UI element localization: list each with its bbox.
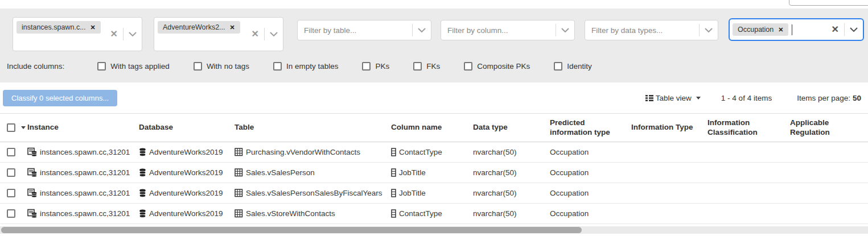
header-database[interactable]: Database — [139, 123, 235, 133]
header-data-type[interactable]: Data type — [473, 123, 550, 133]
column-icon — [391, 168, 396, 177]
column-name-cell: JobTitle — [399, 189, 426, 197]
header-table[interactable]: Table — [235, 123, 391, 133]
database-cell: AdventureWorks2019 — [149, 189, 223, 197]
chip-remove-icon[interactable]: ✕ — [90, 24, 96, 31]
divider — [844, 23, 845, 36]
checkbox-icon[interactable] — [97, 62, 106, 71]
database-filter-chip[interactable]: AdventureWorks2... ✕ — [158, 21, 240, 34]
checkbox-with-no-tags[interactable]: With no tags — [194, 62, 249, 71]
checkbox-label: In empty tables — [286, 62, 339, 71]
header-column-name[interactable]: Column name — [391, 123, 473, 133]
items-per-page[interactable]: Items per page:50 — [797, 94, 861, 102]
instance-filter-chip[interactable]: instances.spawn.c... ✕ — [17, 21, 101, 34]
instance-filter-chip-label: instances.spawn.c... — [22, 23, 86, 31]
column-name-cell: ContactType — [399, 209, 442, 218]
chevron-down-icon[interactable] — [705, 28, 713, 32]
checkbox-label: PKs — [375, 62, 389, 71]
chip-remove-icon[interactable]: ✕ — [230, 24, 235, 31]
row-checkbox[interactable] — [7, 209, 15, 218]
row-checkbox[interactable] — [7, 189, 15, 197]
instance-cell: instances.spawn.cc,31201 — [40, 148, 130, 156]
database-icon — [139, 189, 146, 197]
divider — [699, 24, 700, 36]
checkbox-fks[interactable]: FKs — [413, 62, 440, 71]
checkbox-icon[interactable] — [194, 62, 202, 71]
column-filter-dropdown[interactable]: Filter by column... — [441, 20, 575, 40]
data-type-cell: nvarchar(50) — [473, 189, 550, 197]
row-checkbox[interactable] — [7, 148, 15, 156]
datatype-filter-dropdown[interactable]: Filter by data types... — [585, 20, 718, 40]
checkbox-identity[interactable]: Identity — [554, 62, 592, 71]
header-predicted-information-type[interactable]: Predicted information type — [550, 118, 631, 138]
checkbox-with-tags-applied[interactable]: With tags applied — [97, 62, 170, 71]
table-row[interactable]: instances.spawn.cc,31201 AdventureWorks2… — [0, 163, 868, 183]
divider — [264, 28, 265, 40]
checkbox-pks[interactable]: PKs — [362, 62, 389, 71]
clear-icon[interactable]: ✕ — [252, 30, 259, 39]
select-all-checkbox[interactable] — [7, 123, 15, 132]
classify-button[interactable]: Classify 0 selected columns... — [3, 90, 117, 106]
include-columns-row: Include columns: With tags applied With … — [7, 62, 616, 71]
database-icon — [139, 168, 146, 177]
table-row[interactable]: instances.spawn.cc,31201 AdventureWorks2… — [0, 142, 868, 163]
instance-icon — [27, 188, 37, 198]
checkbox-icon[interactable] — [554, 62, 562, 71]
caret-down-icon — [696, 97, 701, 100]
table-icon — [235, 148, 243, 156]
row-checkbox[interactable] — [7, 168, 15, 177]
horizontal-scrollbar-thumb[interactable] — [1, 227, 582, 233]
checkbox-icon[interactable] — [464, 62, 472, 71]
infotype-filter-chip-label: Occupation — [738, 26, 774, 34]
partial-search-box[interactable] — [789, 0, 868, 6]
database-cell: AdventureWorks2019 — [149, 168, 223, 177]
chevron-down-icon[interactable] — [561, 28, 569, 32]
checkbox-icon[interactable] — [413, 62, 422, 71]
infotype-filter-dropdown[interactable]: Occupation ✕ ✕ — [729, 18, 864, 41]
chip-remove-icon[interactable]: ✕ — [778, 26, 783, 34]
chevron-down-icon[interactable] — [129, 32, 137, 36]
checkbox-icon[interactable] — [362, 62, 371, 71]
table-cell: Purchasing.vVendorWithContacts — [246, 148, 360, 156]
datatype-filter-placeholder: Filter by data types... — [591, 26, 663, 35]
checkbox-icon[interactable] — [273, 62, 282, 71]
select-menu-caret-icon[interactable] — [21, 126, 26, 129]
table-row[interactable]: instances.spawn.cc,31201 AdventureWorks2… — [0, 204, 868, 224]
infotype-filter-chip[interactable]: Occupation ✕ — [733, 23, 788, 36]
column-icon — [391, 148, 396, 156]
column-name-cell: ContactType — [399, 148, 442, 156]
chevron-down-icon[interactable] — [270, 32, 278, 36]
database-cell: AdventureWorks2019 — [149, 148, 223, 156]
header-instance[interactable]: Instance — [27, 123, 139, 133]
table-view-label: Table view — [656, 94, 692, 102]
chevron-down-icon[interactable] — [850, 27, 858, 32]
header-information-classification[interactable]: Information Classification — [707, 118, 790, 138]
database-filter-dropdown[interactable]: AdventureWorks2... ✕ ✕ — [154, 17, 283, 51]
divider — [556, 24, 556, 36]
checkbox-label: With no tags — [207, 62, 249, 71]
table-cell: Sales.vSalesPerson — [246, 168, 315, 177]
instance-cell: instances.spawn.cc,31201 — [40, 168, 130, 177]
table-row[interactable]: instances.spawn.cc,31201 AdventureWorks2… — [0, 183, 868, 204]
table-filter-dropdown[interactable]: Filter by table... — [297, 20, 431, 40]
table-icon — [235, 189, 243, 197]
chevron-down-icon[interactable] — [418, 28, 426, 32]
header-applicable-regulation[interactable]: Applicable Regulation — [790, 118, 868, 138]
instance-filter-dropdown[interactable]: instances.spawn.c... ✕ ✕ — [13, 17, 142, 51]
clear-icon[interactable]: ✕ — [832, 25, 839, 34]
items-per-page-value[interactable]: 50 — [853, 94, 861, 102]
table-cell: Sales.vSalesPersonSalesByFiscalYears — [246, 189, 382, 197]
checkbox-composite-pks[interactable]: Composite PKs — [464, 62, 530, 71]
instance-icon — [27, 209, 37, 218]
instance-cell: instances.spawn.cc,31201 — [40, 189, 130, 197]
database-icon — [139, 148, 146, 156]
header-information-type[interactable]: Information Type — [631, 123, 707, 133]
predicted-information-type-cell: Occupation — [550, 148, 631, 156]
table-view-dropdown[interactable]: Table view — [645, 94, 701, 102]
clear-icon[interactable]: ✕ — [110, 30, 118, 39]
include-columns-label: Include columns: — [7, 62, 64, 71]
checkbox-label: FKs — [426, 62, 440, 71]
horizontal-scrollbar[interactable] — [0, 226, 868, 234]
checkbox-in-empty-tables[interactable]: In empty tables — [273, 62, 339, 71]
table-cell: Sales.vStoreWithContacts — [246, 209, 335, 218]
